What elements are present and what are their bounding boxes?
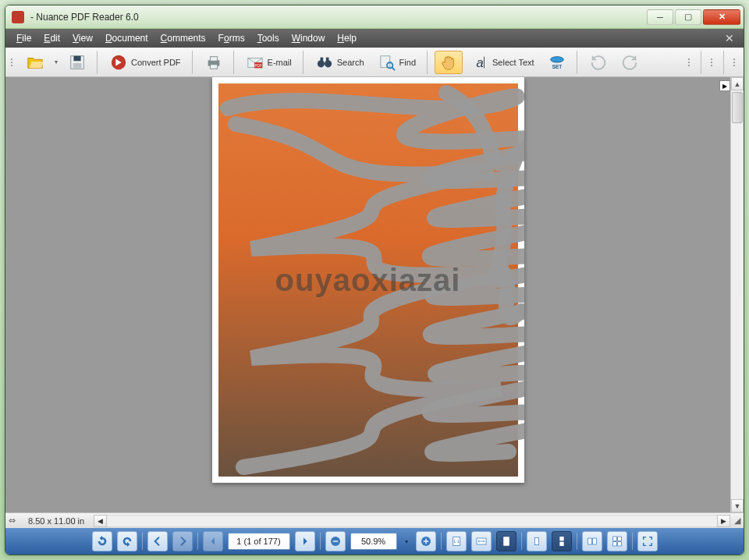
document-close-button[interactable]: ✕ <box>720 32 739 44</box>
search-button[interactable]: Search <box>311 51 370 74</box>
zoom-dropdown[interactable]: ▾ <box>402 538 411 545</box>
select-text-icon: a <box>471 54 488 71</box>
toolbar-grip-right-3[interactable] <box>733 51 738 74</box>
convert-pdf-icon <box>110 54 127 71</box>
fullscreen-button[interactable] <box>637 531 658 551</box>
arrow-left-icon <box>151 535 164 548</box>
menu-file[interactable]: File <box>10 30 37 46</box>
menu-comments[interactable]: Comments <box>154 30 212 46</box>
find-button[interactable]: Find <box>373 51 421 74</box>
scroll-thumb[interactable] <box>732 92 743 123</box>
undo-icon <box>590 54 607 71</box>
continuous-button[interactable] <box>552 531 572 551</box>
prev-page-button[interactable] <box>203 531 223 551</box>
chevron-left-icon <box>207 535 219 548</box>
scroll-left-button[interactable]: ◀ <box>94 515 107 527</box>
page-dimensions: 8.50 x 11.00 in <box>19 516 94 526</box>
resize-handle-icon[interactable]: ⇔ <box>5 516 19 526</box>
toolbar-grip[interactable] <box>11 51 16 74</box>
hand-tool-button[interactable] <box>435 51 463 74</box>
single-page-button[interactable] <box>527 531 547 551</box>
zoom-out-button[interactable] <box>325 531 346 551</box>
menu-forms[interactable]: Forms <box>212 30 251 46</box>
facing-button[interactable] <box>582 531 602 551</box>
rotate-cw-icon <box>121 535 133 548</box>
panel-flyout-button[interactable]: ▶ <box>719 80 730 91</box>
print-button[interactable] <box>200 51 228 74</box>
menubar: File Edit View Document Comments Forms T… <box>5 29 744 48</box>
horizontal-scrollbar[interactable]: ◀ ▶ <box>94 513 730 528</box>
svg-rect-36 <box>612 537 616 541</box>
statusbar: ⇔ 8.50 x 11.00 in ◀ ▶ ◢ <box>5 512 744 528</box>
toolbar-grip-right-1[interactable] <box>688 51 693 74</box>
svg-rect-33 <box>559 542 563 546</box>
scroll-track[interactable] <box>731 90 744 499</box>
watermark-text: ouyaoxiazai <box>275 263 461 298</box>
set-button[interactable]: SET <box>543 51 571 74</box>
scroll-down-button[interactable]: ▼ <box>731 499 744 512</box>
svg-rect-37 <box>617 537 621 541</box>
open-dropdown[interactable]: ▾ <box>52 58 60 66</box>
menu-help[interactable]: Help <box>331 30 363 46</box>
undo-button[interactable] <box>584 51 612 74</box>
window-controls: ─ ▢ ✕ <box>645 9 740 25</box>
open-button[interactable] <box>21 51 49 74</box>
svg-rect-32 <box>559 537 563 541</box>
convert-pdf-button[interactable]: Convert PDF <box>105 51 186 74</box>
arrow-right-icon <box>176 535 189 548</box>
svg-rect-2 <box>73 62 82 67</box>
menu-document[interactable]: Document <box>99 30 154 46</box>
search-label: Search <box>337 58 364 67</box>
scroll-up-button[interactable]: ▲ <box>731 77 744 90</box>
svg-rect-6 <box>210 64 217 69</box>
document-viewport[interactable]: ouyaoxiazai <box>5 77 730 512</box>
vertical-scrollbar[interactable]: ▲ ▼ <box>730 77 744 512</box>
menu-tools[interactable]: Tools <box>251 30 286 46</box>
fit-actual-icon: 1:1 <box>450 535 463 548</box>
email-label: E-mail <box>268 58 292 67</box>
save-icon <box>69 54 86 71</box>
svg-rect-26 <box>425 539 426 544</box>
minimize-button[interactable]: ─ <box>647 9 673 25</box>
svg-rect-5 <box>210 56 217 61</box>
zoom-level-field[interactable]: 50.9% <box>350 533 397 550</box>
save-button[interactable] <box>63 51 91 74</box>
page-number-field[interactable]: 1 (1 of 177) <box>228 533 290 550</box>
window-title: - Nuance PDF Reader 6.0 <box>30 12 139 23</box>
svg-rect-14 <box>380 55 389 67</box>
nav-back-button[interactable] <box>147 531 168 551</box>
hscroll-track[interactable] <box>107 515 717 527</box>
menu-edit[interactable]: Edit <box>37 30 66 46</box>
fit-page-button[interactable] <box>496 531 516 551</box>
next-page-button[interactable] <box>295 531 315 551</box>
continuous-facing-icon <box>611 535 623 548</box>
fit-actual-button[interactable]: 1:1 <box>446 531 467 551</box>
facing-icon <box>586 535 598 548</box>
scroll-right-button[interactable]: ▶ <box>717 515 730 527</box>
zoom-in-button[interactable] <box>416 531 436 551</box>
nav-forward-button[interactable] <box>172 531 193 551</box>
toolbar-grip-right-2[interactable] <box>711 51 715 74</box>
redo-button[interactable] <box>616 51 644 74</box>
svg-text:PDF: PDF <box>254 63 261 67</box>
fit-width-button[interactable] <box>471 531 492 551</box>
resize-grip[interactable]: ◢ <box>730 516 744 526</box>
svg-text:SET: SET <box>552 64 562 69</box>
svg-text:a: a <box>476 55 483 69</box>
select-text-button[interactable]: a Select Text <box>466 51 540 74</box>
rotate-ccw-button[interactable] <box>92 531 112 551</box>
fullscreen-icon <box>641 535 654 548</box>
maximize-button[interactable]: ▢ <box>675 9 701 25</box>
set-icon: SET <box>548 54 566 71</box>
close-button[interactable]: ✕ <box>703 9 740 25</box>
menu-window[interactable]: Window <box>286 30 332 46</box>
find-icon <box>378 54 396 71</box>
svg-rect-38 <box>612 542 616 546</box>
navigation-bar: 1 (1 of 177) 50.9% ▾ 1:1 <box>5 528 744 555</box>
email-button[interactable]: PDF E-mail <box>241 51 297 74</box>
email-pdf-icon: PDF <box>247 54 264 71</box>
convert-pdf-label: Convert PDF <box>131 58 181 67</box>
rotate-cw-button[interactable] <box>117 531 137 551</box>
menu-view[interactable]: View <box>66 30 99 46</box>
continuous-facing-button[interactable] <box>607 531 627 551</box>
